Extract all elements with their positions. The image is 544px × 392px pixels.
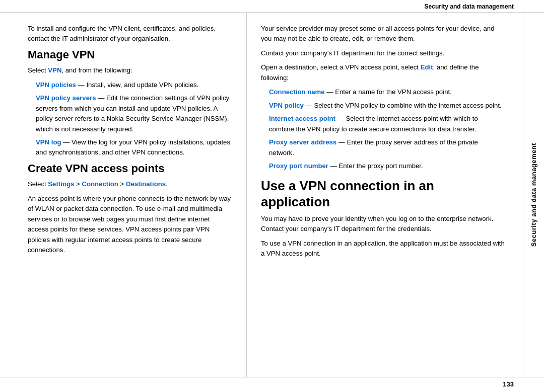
- vpn-policies-link[interactable]: VPN policies: [36, 81, 76, 89]
- connection-link[interactable]: Connection: [82, 180, 118, 188]
- vpn-policies-item: VPN policies — Install, view, and update…: [36, 80, 232, 90]
- vpn-log-def: — View the log for your VPN policy insta…: [36, 138, 230, 156]
- connection-name-def: — Enter a name for the VPN access point.: [325, 88, 452, 96]
- create-vpn-body: An access point is where your phone conn…: [28, 194, 232, 256]
- connection-name-item: Connection name — Enter a name for the V…: [269, 87, 505, 97]
- header-title: Security and data management: [425, 3, 514, 10]
- use-vpn-para2: To use a VPN connection in an applicatio…: [261, 239, 505, 259]
- side-tab-label: Security and data management: [530, 143, 537, 247]
- proxy-port-link[interactable]: Proxy port number: [269, 162, 328, 170]
- manage-vpn-intro: Select VPN, and from the following:: [28, 65, 232, 75]
- vpn-policy-def: — Select the VPN policy to combine with …: [304, 102, 502, 109]
- right-column: Your service provider may preset some or…: [247, 13, 544, 377]
- settings-link[interactable]: Settings: [48, 180, 74, 188]
- vpn-policy-item: VPN policy — Select the VPN policy to co…: [269, 101, 505, 111]
- vpn-policy-servers-item: VPN policy servers — Edit the connection…: [36, 93, 232, 134]
- internet-access-link[interactable]: Internet access point: [269, 115, 335, 122]
- vpn-items-list: VPN policies — Install, view, and update…: [28, 80, 232, 158]
- vpn-policy-link[interactable]: VPN policy: [269, 102, 304, 109]
- vpn-policies-def: — Install, view, and update VPN policies…: [76, 81, 198, 89]
- proxy-server-link[interactable]: Proxy server address: [269, 138, 336, 146]
- proxy-server-item: Proxy server address — Enter the proxy s…: [269, 137, 505, 158]
- vpn-def-items-list: Connection name — Enter a name for the V…: [261, 87, 505, 171]
- vpn-log-link[interactable]: VPN log: [36, 138, 61, 146]
- use-vpn-section: Use a VPN connection in an application Y…: [261, 178, 505, 259]
- vpn-link[interactable]: VPN: [48, 66, 61, 74]
- right-para-1: Your service provider may preset some or…: [261, 24, 505, 44]
- page-number: 133: [503, 380, 514, 388]
- right-para-2: Contact your company's IT department for…: [261, 48, 505, 58]
- manage-vpn-heading: Manage VPN: [28, 48, 232, 61]
- create-vpn-section: Create VPN access points Select Settings…: [28, 162, 232, 256]
- vpn-policy-servers-link[interactable]: VPN policy servers: [36, 94, 96, 102]
- manage-vpn-section: Manage VPN Select VPN, and from the foll…: [28, 48, 232, 158]
- connection-name-link[interactable]: Connection name: [269, 88, 325, 96]
- internet-access-item: Internet access point — Select the inter…: [269, 114, 505, 134]
- proxy-port-def: — Enter the proxy port number.: [328, 162, 423, 170]
- vpn-log-item: VPN log — View the log for your VPN poli…: [36, 137, 232, 158]
- page-container: Security and data management To install …: [0, 0, 544, 392]
- footer: 133: [0, 377, 544, 392]
- edit-link[interactable]: Edit: [421, 63, 433, 71]
- use-vpn-para1: You may have to prove your identity when…: [261, 214, 505, 234]
- side-tab: Security and data management: [523, 13, 544, 377]
- right-main-content: Your service provider may preset some or…: [261, 24, 530, 259]
- proxy-port-item: Proxy port number — Enter the proxy port…: [269, 161, 505, 171]
- create-vpn-select: Select Settings > Connection > Destinati…: [28, 179, 232, 189]
- top-header: Security and data management: [0, 0, 544, 13]
- main-content: To install and configure the VPN client,…: [0, 13, 544, 377]
- destinations-link[interactable]: Destinations: [126, 180, 166, 188]
- right-para-3: Open a destination, select a VPN access …: [261, 62, 505, 83]
- create-vpn-heading: Create VPN access points: [28, 162, 232, 175]
- use-vpn-heading: Use a VPN connection in an application: [261, 178, 505, 209]
- intro-paragraph: To install and configure the VPN client,…: [28, 24, 232, 44]
- left-column: To install and configure the VPN client,…: [0, 13, 247, 377]
